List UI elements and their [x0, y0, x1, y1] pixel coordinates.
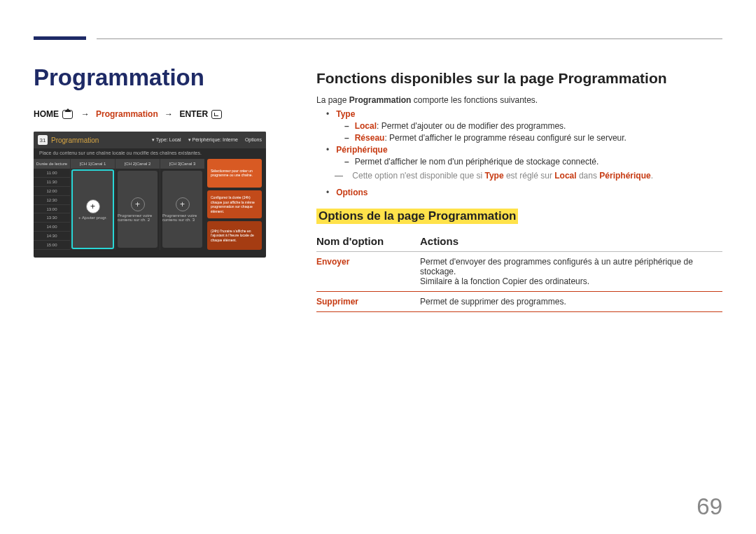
channel-head: [CH 2]Canal 2 [115, 159, 160, 169]
channel-slot-label: Programmez votre contenu sur ch. 2 [118, 213, 158, 222]
option-action: Permet de supprimer des programmes. [420, 292, 722, 312]
side-card: Configurez la durée (24h) chaque jour af… [207, 190, 262, 219]
intro-post: comporte les fonctions suivantes. [411, 95, 538, 105]
side-cards: Sélectionnez pour créer un programme ou … [207, 159, 262, 250]
rule-short [34, 36, 86, 40]
calendar-icon: 31 [38, 135, 48, 145]
home-icon [62, 110, 73, 119]
time-cell: 11:00 [34, 169, 70, 178]
breadcrumb-home: HOME [34, 109, 59, 119]
rule-long [97, 38, 722, 39]
shot-header: 31 Programmation ▾ Type: Local ▾ Périphé… [34, 132, 266, 148]
option-action: Permet d'envoyer des programmes configur… [420, 252, 722, 292]
option-name: Envoyer [316, 252, 420, 292]
table-header-row: Nom d'option Actions [316, 231, 722, 252]
bullet-label: Périphérique [336, 145, 387, 155]
channel-head: [CH 3]Canal 3 [160, 159, 204, 169]
breadcrumb-programmation: Programmation [96, 109, 158, 119]
side-card: Sélectionnez pour créer un programme ou … [207, 159, 262, 188]
section-heading: Fonctions disponibles sur la page Progra… [316, 70, 667, 87]
option-name: Supprimer [316, 292, 420, 312]
enter-icon [211, 110, 222, 119]
options-table: Nom d'option Actions Envoyer Permet d'en… [316, 231, 722, 312]
channel-slot-active[interactable]: + + Ajouter progr. [71, 169, 114, 249]
channel-column-2: [CH 2]Canal 2 + Programmez votre contenu… [115, 159, 160, 250]
time-cell: 14:00 [34, 223, 70, 232]
plus-icon: + [86, 199, 100, 213]
tv-screenshot: 31 Programmation ▾ Type: Local ▾ Périphé… [34, 132, 266, 258]
channel-column-3: [CH 3]Canal 3 + Programmez votre contenu… [160, 159, 204, 250]
bullet-periph-line: Permet d'afficher le nom d'un périphériq… [344, 157, 722, 167]
time-cell: 15:00 [34, 241, 70, 250]
shot-title: Programmation [51, 136, 99, 144]
time-header: Durée de lecture [34, 159, 70, 169]
manual-page: Programmation HOME → Programmation → ENT… [0, 0, 756, 534]
time-column: Durée de lecture 11:00 11:30 12:00 12:30… [34, 159, 70, 250]
bullet-periph: Périphérique [316, 145, 722, 155]
intro-pre: La page [316, 95, 349, 105]
time-cell: 14:30 [34, 232, 70, 241]
plus-icon: + [176, 197, 190, 211]
time-cell: 12:30 [34, 196, 70, 205]
bullet-periph-note: Cette option n'est disponible que si Typ… [335, 171, 722, 181]
table-col-actions: Actions [420, 231, 722, 252]
channel-head: [CH 1]Canal 1 [71, 159, 115, 169]
arrow-icon: → [164, 109, 173, 119]
table-col-nom: Nom d'option [316, 231, 420, 252]
channel-column-1: [CH 1]Canal 1 + + Ajouter progr. [70, 159, 115, 250]
shot-menu-options: Options [245, 137, 262, 143]
page-title: Programmation [34, 64, 204, 91]
time-cell: 11:30 [34, 178, 70, 187]
channel-slot-label: Programmez votre contenu sur ch. 3 [162, 213, 202, 222]
bullet-label: Type [336, 109, 355, 119]
subsection-heading: Options de la page Programmation [316, 209, 518, 224]
shot-body: Durée de lecture 11:00 11:30 12:00 12:30… [34, 159, 266, 250]
channel-slot[interactable]: + Programmez votre contenu sur ch. 2 [118, 171, 158, 248]
table-row: Supprimer Permet de supprimer des progra… [316, 292, 722, 312]
bullet-label: Options [336, 188, 368, 197]
bullet-options: Options [316, 188, 722, 197]
shot-menu: ▾ Type: Local ▾ Périphérique: Interne Op… [152, 137, 262, 143]
shot-sub: Place du contenu sur une chaîne locale o… [34, 148, 266, 159]
channel-slot[interactable]: + Programmez votre contenu sur ch. 3 [162, 171, 202, 248]
page-number: 69 [696, 493, 722, 520]
bullet-list: Type Local: Permet d'ajouter ou de modif… [316, 109, 722, 199]
bullet-type: Type [316, 109, 722, 119]
side-card: (24h) l’horaire s’affiche en l’ajustant … [207, 221, 262, 250]
time-cell: 13:00 [34, 205, 70, 214]
bullet-type-reseau: Réseau: Permet d'afficher le programme r… [344, 133, 722, 143]
time-cell: 12:00 [34, 187, 70, 196]
breadcrumb-enter: ENTER [179, 109, 208, 119]
time-cell: 13:30 [34, 213, 70, 223]
shot-menu-type: ▾ Type: Local [152, 137, 181, 143]
shot-menu-periph: ▾ Périphérique: Interne [188, 137, 238, 143]
breadcrumb: HOME → Programmation → ENTER [34, 109, 223, 119]
channel-slot-label: + Ajouter progr. [78, 216, 107, 220]
bullet-type-local: Local: Permet d'ajouter ou de modifier d… [344, 121, 722, 131]
plus-icon: + [131, 197, 145, 211]
intro-bold: Programmation [349, 95, 412, 105]
table-row: Envoyer Permet d'envoyer des programmes … [316, 252, 722, 292]
intro-line: La page Programmation comporte les fonct… [316, 95, 538, 105]
arrow-icon: → [81, 109, 90, 119]
